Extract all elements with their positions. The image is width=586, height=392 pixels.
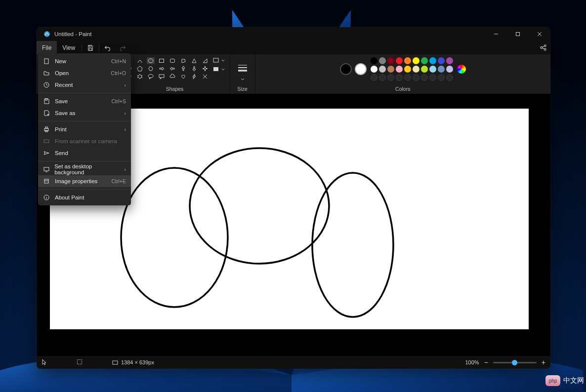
- menu-file[interactable]: File: [37, 41, 57, 54]
- zoom-slider[interactable]: [493, 362, 537, 363]
- watermark-logo: [545, 375, 560, 386]
- palette-swatch[interactable]: [396, 57, 403, 64]
- palette-swatch[interactable]: [371, 66, 377, 73]
- shape-more[interactable]: [201, 73, 209, 80]
- palette-swatch[interactable]: [396, 66, 403, 73]
- shape-callout-round[interactable]: [147, 73, 155, 80]
- svg-point-30: [121, 168, 228, 307]
- window-title: Untitled - Paint: [52, 31, 485, 37]
- shape-polygon[interactable]: [179, 57, 187, 64]
- shape-star6[interactable]: [136, 73, 144, 80]
- minimize-button[interactable]: [485, 27, 507, 41]
- palette-swatch[interactable]: [438, 57, 445, 64]
- menu-new[interactable]: NewCtrl+N: [38, 55, 131, 67]
- palette-swatch[interactable]: [379, 57, 386, 64]
- menu-open[interactable]: OpenCtrl+O: [38, 67, 131, 79]
- menu-image-props[interactable]: Image propertiesCtrl+E: [38, 175, 131, 187]
- svg-rect-25: [213, 58, 218, 62]
- zoom-in-button[interactable]: +: [542, 358, 545, 366]
- palette-swatch[interactable]: [413, 74, 419, 81]
- palette-swatch[interactable]: [371, 57, 377, 64]
- palette-swatch[interactable]: [371, 74, 377, 81]
- palette-swatch[interactable]: [421, 57, 428, 64]
- palette-swatch[interactable]: [396, 74, 403, 81]
- svg-rect-35: [44, 59, 48, 64]
- svg-point-31: [190, 148, 329, 264]
- palette-swatch[interactable]: [404, 66, 411, 73]
- svg-rect-22: [170, 59, 174, 63]
- shape-arrow-r[interactable]: [158, 65, 166, 72]
- palette-swatch[interactable]: [446, 74, 453, 81]
- palette-swatch[interactable]: [429, 66, 436, 73]
- palette-swatch[interactable]: [438, 66, 445, 73]
- palette-swatch[interactable]: [413, 66, 419, 73]
- size-label: Size: [237, 86, 247, 92]
- shape-star4[interactable]: [201, 65, 209, 72]
- menu-send[interactable]: Send: [38, 147, 131, 159]
- palette-swatch[interactable]: [387, 57, 394, 64]
- palette-swatch[interactable]: [379, 66, 386, 73]
- palette-swatch[interactable]: [387, 66, 394, 73]
- undo-button[interactable]: [100, 41, 115, 54]
- share-button[interactable]: [536, 41, 550, 54]
- svg-rect-37: [45, 99, 47, 100]
- palette-swatch[interactable]: [379, 74, 386, 81]
- menu-desktop-bg[interactable]: Set as desktop background›: [38, 163, 131, 175]
- size-button[interactable]: [235, 59, 250, 77]
- svg-line-13: [542, 48, 544, 49]
- palette-swatch[interactable]: [429, 74, 436, 81]
- palette-swatch[interactable]: [438, 74, 445, 81]
- shape-arrow-u[interactable]: [179, 65, 187, 72]
- menu-print[interactable]: Print›: [38, 123, 131, 135]
- maximize-button[interactable]: [507, 27, 529, 41]
- edit-colors-button[interactable]: [457, 65, 466, 74]
- palette-swatch[interactable]: [429, 57, 436, 64]
- menu-save[interactable]: SaveCtrl+S: [38, 95, 131, 107]
- shape-curve[interactable]: [136, 57, 144, 64]
- color1[interactable]: [340, 63, 352, 75]
- watermark-text: 中文网: [563, 376, 584, 385]
- palette-swatch[interactable]: [404, 57, 411, 64]
- menu-about[interactable]: About Paint: [38, 192, 131, 203]
- close-button[interactable]: [529, 27, 550, 41]
- shape-arrow-d[interactable]: [190, 65, 198, 72]
- shape-triangle[interactable]: [190, 57, 198, 64]
- svg-point-23: [148, 75, 153, 78]
- shape-roundrect[interactable]: [168, 57, 176, 64]
- shape-pentagon[interactable]: [136, 65, 144, 72]
- menu-save-as[interactable]: Save as›: [38, 107, 131, 119]
- palette-swatch[interactable]: [387, 74, 394, 81]
- shape-arrow-l[interactable]: [168, 65, 176, 72]
- dimensions-icon: [112, 359, 118, 365]
- shape-lightning[interactable]: [190, 73, 198, 80]
- palette-swatch[interactable]: [404, 74, 411, 81]
- shape-oval[interactable]: [147, 57, 155, 64]
- palette-swatch[interactable]: [421, 66, 428, 73]
- palette-swatch[interactable]: [421, 74, 428, 81]
- color2[interactable]: [355, 63, 367, 75]
- menubar: File View: [37, 41, 550, 54]
- save-button[interactable]: [83, 41, 98, 54]
- menu-view[interactable]: View: [57, 41, 81, 54]
- svg-point-11: [544, 48, 546, 50]
- shape-heart[interactable]: [179, 73, 187, 80]
- shape-right-triangle[interactable]: [201, 57, 209, 64]
- menu-recent[interactable]: Recent›: [38, 79, 131, 91]
- svg-rect-8: [89, 48, 92, 50]
- colors-label: Colors: [395, 86, 410, 92]
- svg-rect-21: [159, 59, 164, 63]
- menu-scanner: From scanner or camera: [38, 135, 131, 147]
- zoom-out-button[interactable]: −: [484, 358, 488, 366]
- shape-callout-rect[interactable]: [158, 73, 166, 80]
- palette-swatch[interactable]: [446, 66, 453, 73]
- palette-swatch[interactable]: [446, 57, 453, 64]
- palette-swatch[interactable]: [413, 57, 419, 64]
- redo-button[interactable]: [115, 41, 130, 54]
- shape-fill-button[interactable]: [213, 66, 225, 72]
- svg-rect-7: [89, 45, 91, 47]
- shape-outline-button[interactable]: [213, 57, 225, 63]
- shape-cloud[interactable]: [168, 73, 176, 80]
- shape-hexagon[interactable]: [147, 65, 155, 72]
- shape-rect[interactable]: [158, 57, 166, 64]
- watermark: 中文网: [545, 375, 584, 386]
